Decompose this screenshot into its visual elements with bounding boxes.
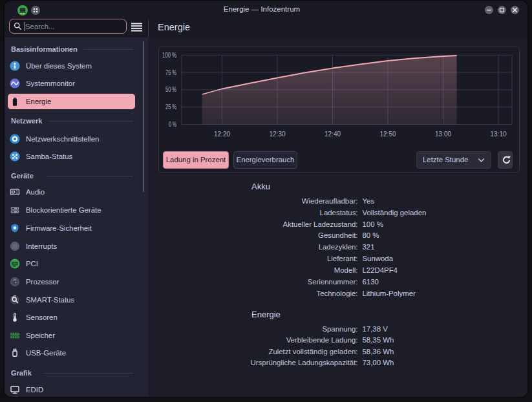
svg-text:100 %: 100 %: [162, 52, 176, 59]
svg-text:12:20: 12:20: [213, 131, 229, 138]
svg-text:75 %: 75 %: [165, 69, 176, 76]
svg-text:50 %: 50 %: [165, 86, 176, 93]
svg-text:12:50: 12:50: [379, 131, 396, 138]
svg-text:13:00: 13:00: [434, 131, 451, 138]
svg-text:12:30: 12:30: [269, 131, 285, 138]
svg-text:0 %: 0 %: [169, 121, 176, 128]
svg-text:13:10: 13:10: [490, 131, 506, 138]
svg-text:25 %: 25 %: [165, 103, 176, 111]
svg-text:12:40: 12:40: [324, 131, 340, 138]
